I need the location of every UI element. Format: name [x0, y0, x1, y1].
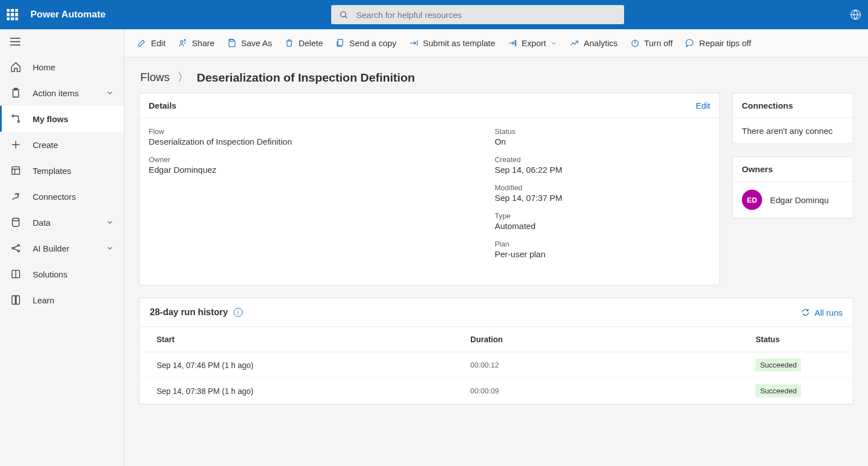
connector-icon — [10, 191, 21, 202]
col-start[interactable]: Start — [140, 327, 453, 352]
owner-value: Edgar Dominquez — [149, 165, 472, 174]
table-row[interactable]: Sep 14, 07:46 PM (1 h ago) 00:00:12 Succ… — [140, 352, 853, 378]
command-bar: Edit Share Save As Delete Send a copy Su… — [124, 29, 868, 57]
side-column: Connections There aren't any connec Owne… — [732, 93, 853, 218]
submit-template-button[interactable]: Submit as template — [409, 38, 495, 48]
owners-card: Owners ED Edgar Dominqu — [732, 156, 853, 218]
sidebar: Home Action items My flows Create Templa… — [0, 29, 124, 466]
sidebar-item-templates[interactable]: Templates — [0, 158, 124, 183]
run-history-table: Start Duration Status Sep 14, 07:46 PM (… — [140, 326, 853, 404]
sidebar-item-connectors[interactable]: Connectors — [0, 183, 124, 209]
svg-point-15 — [12, 218, 19, 221]
brand-name: Power Automate — [30, 9, 106, 20]
sidebar-item-home[interactable]: Home — [0, 54, 124, 80]
type-value: Automated — [495, 221, 710, 231]
search-input[interactable] — [356, 10, 616, 20]
share-button[interactable]: Share — [178, 38, 215, 48]
home-icon — [10, 61, 21, 73]
save-as-button[interactable]: Save As — [227, 38, 272, 48]
sidebar-item-action-items[interactable]: Action items — [0, 80, 124, 106]
main-content: Edit Share Save As Delete Send a copy Su… — [124, 29, 868, 466]
svg-point-18 — [17, 250, 19, 252]
col-status[interactable]: Status — [738, 327, 853, 352]
details-edit-link[interactable]: Edit — [696, 101, 710, 110]
sidebar-item-learn[interactable]: Learn — [0, 287, 124, 313]
solutions-icon — [10, 268, 21, 280]
sidebar-item-create[interactable]: Create — [0, 132, 124, 158]
flow-value: Deserialization of Inspection Definition — [149, 137, 472, 146]
svg-point-0 — [341, 12, 346, 17]
analytics-button[interactable]: Analytics — [569, 38, 617, 48]
details-title: Details — [149, 101, 176, 110]
database-icon — [10, 217, 21, 228]
details-card: Details Edit Flow Deserialization of Ins… — [139, 93, 720, 285]
run-history-card: 28-day run history i All runs Start Dura… — [139, 298, 853, 405]
top-header: Power Automate — [0, 0, 868, 29]
table-row[interactable]: Sep 14, 07:38 PM (1 h ago) 00:00:09 Succ… — [140, 378, 853, 404]
avatar: ED — [742, 190, 762, 210]
chevron-right-icon: 〉 — [177, 70, 189, 85]
delete-button[interactable]: Delete — [284, 38, 323, 48]
breadcrumb: Flows 〉 Deserialization of Inspection De… — [124, 57, 868, 93]
owners-title: Owners — [742, 164, 773, 174]
send-copy-button[interactable]: Send a copy — [335, 38, 396, 48]
svg-rect-24 — [230, 39, 234, 42]
svg-point-17 — [17, 244, 19, 246]
status-value: On — [495, 137, 710, 146]
breadcrumb-root[interactable]: Flows — [140, 71, 170, 84]
plan-label: Plan — [495, 240, 710, 248]
svg-line-1 — [345, 16, 347, 18]
edit-button[interactable]: Edit — [137, 38, 166, 48]
sidebar-item-label: Create — [33, 140, 58, 150]
sidebar-item-label: Data — [33, 218, 51, 227]
sidebar-item-label: Learn — [33, 295, 54, 305]
created-label: Created — [495, 155, 710, 164]
repair-tips-button[interactable]: Repair tips off — [685, 38, 751, 48]
svg-point-9 — [17, 120, 19, 122]
connections-card: Connections There aren't any connec — [732, 93, 853, 144]
clipboard-icon — [10, 87, 21, 98]
refresh-icon — [801, 308, 810, 317]
svg-rect-29 — [515, 41, 516, 46]
sidebar-item-data[interactable]: Data — [0, 209, 124, 235]
breadcrumb-current: Deserialization of Inspection Definition — [197, 71, 415, 84]
sidebar-item-solutions[interactable]: Solutions — [0, 261, 124, 287]
header-right — [850, 9, 861, 20]
owner-row: ED Edgar Dominqu — [742, 190, 844, 210]
all-runs-link[interactable]: All runs — [801, 308, 843, 317]
col-duration[interactable]: Duration — [453, 327, 738, 352]
export-button[interactable]: Export — [508, 38, 557, 48]
history-title: 28-day run history — [150, 307, 228, 317]
plan-value: Per-user plan — [495, 249, 710, 259]
status-badge: Succeeded — [755, 384, 801, 397]
sidebar-item-label: Templates — [33, 166, 71, 176]
info-icon[interactable]: i — [234, 308, 243, 317]
svg-line-20 — [14, 249, 18, 250]
search-icon — [339, 10, 348, 19]
svg-point-23 — [180, 41, 182, 43]
chevron-down-icon — [550, 40, 557, 47]
status-badge: Succeeded — [755, 359, 801, 371]
globe-icon[interactable] — [850, 9, 861, 20]
book-icon — [10, 294, 21, 306]
sidebar-collapse-button[interactable] — [0, 29, 124, 54]
chevron-down-icon — [106, 89, 114, 97]
sidebar-item-label: Action items — [33, 88, 79, 98]
owner-label: Owner — [149, 155, 472, 164]
search-box[interactable] — [331, 5, 624, 24]
app-launcher-icon[interactable] — [7, 9, 18, 20]
svg-point-8 — [12, 115, 14, 116]
type-label: Type — [495, 212, 710, 220]
turn-off-button[interactable]: Turn off — [630, 38, 673, 48]
connections-title: Connections — [742, 101, 793, 110]
connections-empty-text: There aren't any connec — [733, 118, 853, 144]
modified-value: Sep 14, 07:37 PM — [495, 193, 710, 203]
sidebar-item-my-flows[interactable]: My flows — [0, 106, 124, 132]
owner-name: Edgar Dominqu — [770, 195, 829, 205]
status-label: Status — [495, 127, 710, 136]
sidebar-item-ai-builder[interactable]: AI Builder — [0, 235, 124, 261]
chevron-down-icon — [106, 244, 114, 252]
plus-icon — [10, 139, 21, 150]
sidebar-item-label: Connectors — [33, 192, 76, 201]
chevron-down-icon — [106, 218, 114, 226]
